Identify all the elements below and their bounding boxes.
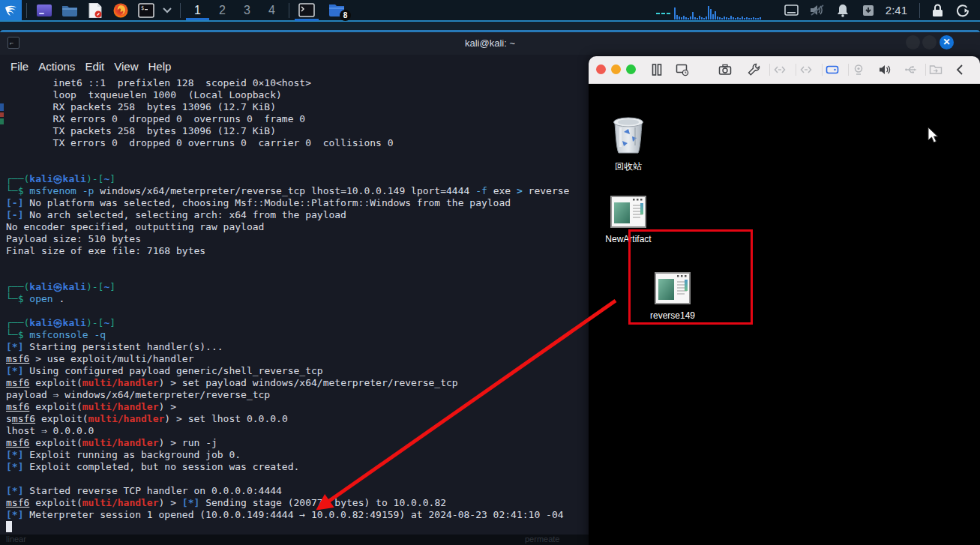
usb-icon[interactable] <box>904 63 918 76</box>
menu-help[interactable]: Help <box>148 60 171 73</box>
workspace-1[interactable]: 1 <box>185 0 210 20</box>
highlight-box <box>628 229 753 325</box>
vm-zoom-button[interactable] <box>626 64 636 74</box>
taskbar: $ 1 2 3 4 8 <box>0 0 980 22</box>
minimize-button[interactable] <box>906 35 920 49</box>
display-icon <box>784 4 799 16</box>
vm-toolbar-divider <box>822 64 823 76</box>
lock-button[interactable] <box>928 2 947 19</box>
bell-icon <box>837 4 849 17</box>
chevron-down-icon <box>163 7 172 13</box>
window-app-icon <box>37 4 52 16</box>
taskbar-divider <box>26 3 27 18</box>
firefox-button[interactable] <box>111 2 130 19</box>
terminal-window-icon <box>298 3 315 17</box>
vm-toolbar-divider <box>769 64 770 76</box>
disk-icon[interactable] <box>826 63 839 76</box>
vm-toolbar <box>589 56 980 84</box>
code-left-icon[interactable] <box>773 63 787 76</box>
text-editor-button[interactable] <box>85 2 105 19</box>
menu-view[interactable]: View <box>114 60 138 73</box>
wallpaper-strip <box>0 22 980 30</box>
desktop-icon-label: 回收站 <box>595 160 662 173</box>
svg-text:$: $ <box>141 5 144 11</box>
collapse-toolbar-icon[interactable] <box>954 63 967 76</box>
taskbar-divider <box>289 3 289 18</box>
kali-menu-button[interactable] <box>0 0 22 20</box>
code-right-icon[interactable] <box>799 63 813 76</box>
shared-folder-icon[interactable] <box>929 63 943 76</box>
workspace-4[interactable]: 4 <box>259 0 284 20</box>
updates-indicator[interactable] <box>859 2 878 19</box>
watermark-left: linear <box>6 535 26 544</box>
application-icon <box>610 195 647 229</box>
document-icon <box>88 3 102 18</box>
workspace-3[interactable]: 3 <box>235 0 259 20</box>
menu-edit[interactable]: Edit <box>85 60 104 73</box>
clock[interactable]: 2:41 <box>886 4 907 16</box>
camera-icon[interactable] <box>718 63 732 76</box>
vm-toolbar-divider <box>925 64 926 76</box>
taskbar-divider <box>180 3 181 18</box>
vm-toolbar-divider <box>796 64 796 76</box>
speaker-icon[interactable] <box>878 63 892 76</box>
wrench-icon[interactable] <box>747 63 760 76</box>
recycle-bin-icon <box>609 114 648 156</box>
updates-icon <box>862 4 874 16</box>
file-manager-button[interactable] <box>60 2 79 19</box>
close-button[interactable]: ✕ <box>940 35 954 49</box>
taskbar-status-area: 2:41 <box>656 1 980 19</box>
network-graph[interactable] <box>656 1 769 19</box>
menu-actions[interactable]: Actions <box>38 60 75 73</box>
background-sliver <box>0 103 4 111</box>
folder-task-button[interactable]: 8 <box>327 2 346 19</box>
terminal-dropdown[interactable] <box>162 2 172 19</box>
firefox-icon <box>113 3 128 18</box>
background-sliver <box>0 112 4 117</box>
window-app-button[interactable] <box>34 2 54 19</box>
background-sliver <box>0 118 4 124</box>
logout-button[interactable] <box>953 2 973 19</box>
pause-icon[interactable] <box>650 63 664 76</box>
audio-muted-icon <box>810 4 825 16</box>
watermark-right: permeate <box>525 535 559 544</box>
lock-icon <box>932 4 943 17</box>
screen: { "taskbar": { "workspaces": ["1", "2", … <box>0 0 980 545</box>
vm-toolbar-divider <box>848 64 849 76</box>
webcam-icon[interactable] <box>852 63 865 76</box>
display-indicator[interactable] <box>782 2 802 19</box>
terminal-menubar: File Actions Edit View Help <box>10 56 171 76</box>
terminal-icon: $ <box>138 3 154 18</box>
logout-icon <box>956 4 970 17</box>
terminal-titlebar[interactable]: ⌐ kali@kali: ~ ✕ <box>0 32 980 55</box>
taskbar-divider <box>919 3 920 18</box>
folder-icon <box>62 4 77 16</box>
menu-file[interactable]: File <box>10 60 28 73</box>
workspace-2[interactable]: 2 <box>210 0 235 20</box>
snapshot-icon[interactable] <box>676 63 689 76</box>
workspace-switcher: 1 2 3 4 <box>185 0 284 20</box>
terminal-launcher-button[interactable]: $ <box>136 2 156 19</box>
terminal-title: kali@kali: ~ <box>0 37 980 49</box>
desktop-icon-recycle-bin[interactable]: 回收站 <box>595 114 662 173</box>
notifications-indicator[interactable] <box>833 2 853 19</box>
terminal-task-button[interactable] <box>297 2 316 19</box>
audio-muted-indicator[interactable] <box>808 2 827 19</box>
vm-minimize-button[interactable] <box>611 64 621 74</box>
window-count-badge: 8 <box>340 10 351 21</box>
maximize-button[interactable] <box>922 35 937 49</box>
kali-logo-icon <box>4 3 19 18</box>
vm-close-button[interactable] <box>596 64 606 74</box>
